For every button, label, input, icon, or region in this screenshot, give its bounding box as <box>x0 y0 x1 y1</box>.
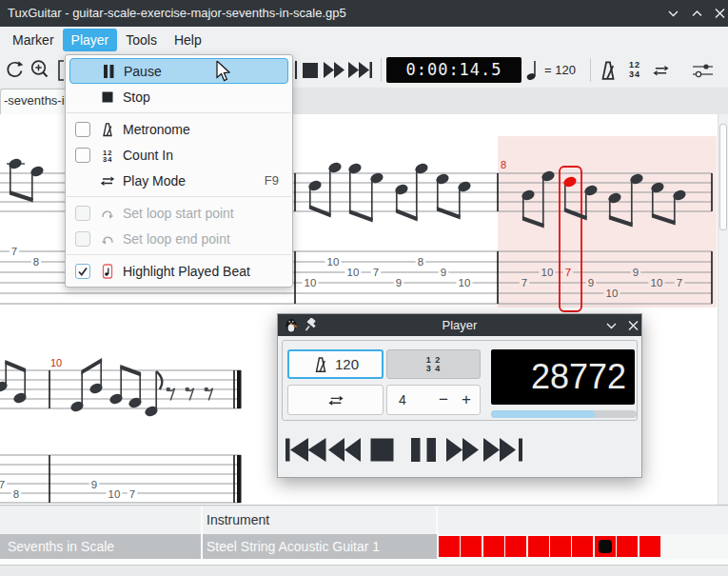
svg-text:8: 8 <box>13 488 19 500</box>
spinner-increment[interactable]: + <box>456 386 477 414</box>
track-row[interactable]: Sevenths in Scale Steel String Acoustic … <box>0 534 728 559</box>
menu-item-stop[interactable]: Stop <box>69 84 288 109</box>
menu-checkbox[interactable] <box>75 231 90 247</box>
track-measures-strip <box>439 536 661 557</box>
menu-item-count-in[interactable]: 1234Count In <box>69 142 288 168</box>
play-icon-edge[interactable] <box>295 61 297 79</box>
menu-item-set-loop-end-point[interactable]: Set loop end point <box>69 226 288 251</box>
rewind-button[interactable] <box>328 438 361 462</box>
menu-checkbox[interactable] <box>75 206 90 221</box>
menu-marker[interactable]: Marker <box>4 29 63 51</box>
svg-text:34: 34 <box>103 155 112 163</box>
metronome-tempo-value: 120 <box>335 356 359 372</box>
svg-text:10: 10 <box>327 256 340 268</box>
skip-to-end-button[interactable] <box>348 62 373 78</box>
stop-icon <box>100 89 115 105</box>
player-dialog-titlebar[interactable]: Player <box>278 314 641 336</box>
progress-fill <box>491 410 595 418</box>
svg-text:8: 8 <box>33 256 39 268</box>
instrument-column-header[interactable]: Instrument <box>207 506 269 534</box>
metronome-toggle-button[interactable]: 120 <box>287 349 384 379</box>
menu-shortcut: F9 <box>265 173 279 188</box>
time-display: 0:00:14.5 <box>386 57 521 83</box>
track-name: Sevenths in Scale <box>8 534 114 559</box>
row-column-separator <box>201 534 203 559</box>
minimize-icon[interactable] <box>667 8 679 19</box>
track-measure-block[interactable] <box>617 536 638 557</box>
stop-button[interactable] <box>303 63 318 78</box>
track-table-header: Instrument <box>0 506 728 534</box>
spinner-decrement[interactable]: − <box>433 386 454 414</box>
svg-text:7: 7 <box>677 277 682 288</box>
dialog-fast-forward-button[interactable] <box>446 438 479 462</box>
menu-checkbox[interactable] <box>75 148 90 163</box>
track-measure-block[interactable] <box>439 536 460 557</box>
menu-checkbox[interactable] <box>75 122 90 137</box>
svg-text:9: 9 <box>396 277 402 288</box>
track-measure-block[interactable] <box>595 536 616 557</box>
track-table: Instrument Sevenths in Scale Steel Strin… <box>0 505 728 576</box>
column-separator <box>201 506 203 534</box>
vertical-scrollbar[interactable] <box>718 114 728 505</box>
menu-tools[interactable]: Tools <box>117 29 166 51</box>
scrollbar-thumb[interactable] <box>719 124 727 230</box>
progress-bar[interactable] <box>491 410 637 418</box>
menu-item-metronome[interactable]: Metronome <box>69 116 288 142</box>
svg-text:9: 9 <box>91 479 97 490</box>
skip-to-start-button[interactable] <box>285 438 326 462</box>
loop-toggle-button[interactable] <box>287 385 384 415</box>
maximize-icon[interactable] <box>691 8 703 19</box>
metronome-icon[interactable] <box>598 60 619 81</box>
track-measure-block[interactable] <box>572 536 593 557</box>
count-in-34: 3 4 <box>426 365 442 373</box>
close-icon[interactable] <box>714 8 726 19</box>
fast-forward-button[interactable] <box>324 62 345 78</box>
svg-text:10: 10 <box>305 277 317 288</box>
menu-item-set-loop-start-point[interactable]: Set loop start point <box>69 200 288 226</box>
track-instrument: Steel String Acoustic Guitar 1 <box>207 534 380 559</box>
svg-text:10: 10 <box>651 277 663 288</box>
menu-player[interactable]: Player <box>63 29 118 51</box>
quarter-note-icon <box>526 59 539 81</box>
svg-text:8: 8 <box>418 256 423 268</box>
svg-text:7: 7 <box>565 267 571 278</box>
beat-icon <box>100 264 115 279</box>
menu-item-highlight-played-beat[interactable]: Highlight Played Beat <box>69 258 288 284</box>
settings-sliders-icon[interactable] <box>692 61 715 80</box>
dialog-close-icon[interactable] <box>627 320 639 331</box>
dialog-stop-button[interactable] <box>370 438 394 462</box>
svg-text:7: 7 <box>521 277 527 288</box>
titlebar: TuxGuitar - guitar-scale-exercise-major-… <box>0 0 728 27</box>
track-measure-block[interactable] <box>639 536 660 557</box>
svg-text:9: 9 <box>633 267 639 278</box>
column-separator2 <box>436 506 438 534</box>
track-measure-block[interactable] <box>505 536 526 557</box>
count-in-icon[interactable]: 1234 <box>625 60 644 79</box>
dialog-pause-button[interactable] <box>410 438 437 462</box>
count-in-toggle-button[interactable]: 1 23 4 <box>386 349 481 379</box>
menu-help[interactable]: Help <box>166 29 210 51</box>
svg-text:8: 8 <box>501 159 506 170</box>
track-measure-block[interactable] <box>528 536 549 557</box>
loop-count-spinner[interactable]: 4 − + <box>386 385 481 415</box>
menu-checkbox[interactable] <box>75 264 90 279</box>
dialog-minimize-icon[interactable] <box>605 320 618 331</box>
svg-text:7: 7 <box>373 267 379 278</box>
track-measure-block[interactable] <box>483 536 504 557</box>
track-measure-block[interactable] <box>550 536 571 557</box>
menu-item-pause[interactable]: Pause <box>69 58 288 84</box>
menu-item-label: Play Mode <box>123 173 186 189</box>
zoom-in-icon[interactable] <box>29 58 51 83</box>
skip-to-end-dialog-button[interactable] <box>483 438 523 462</box>
loop-icon[interactable] <box>649 62 673 79</box>
toolbar-separator2 <box>590 58 591 82</box>
menu-item-label: Stop <box>123 89 150 105</box>
svg-text:9: 9 <box>588 277 594 288</box>
tempo-value[interactable]: = 120 <box>544 53 576 88</box>
zoom-reset-icon[interactable] <box>3 58 26 83</box>
svg-text:10: 10 <box>459 277 471 288</box>
loop-icon <box>100 173 115 189</box>
menu-checkbox-spacer <box>76 64 91 79</box>
menu-item-play-mode[interactable]: Play ModeF9 <box>69 168 288 193</box>
track-measure-block[interactable] <box>461 536 482 557</box>
